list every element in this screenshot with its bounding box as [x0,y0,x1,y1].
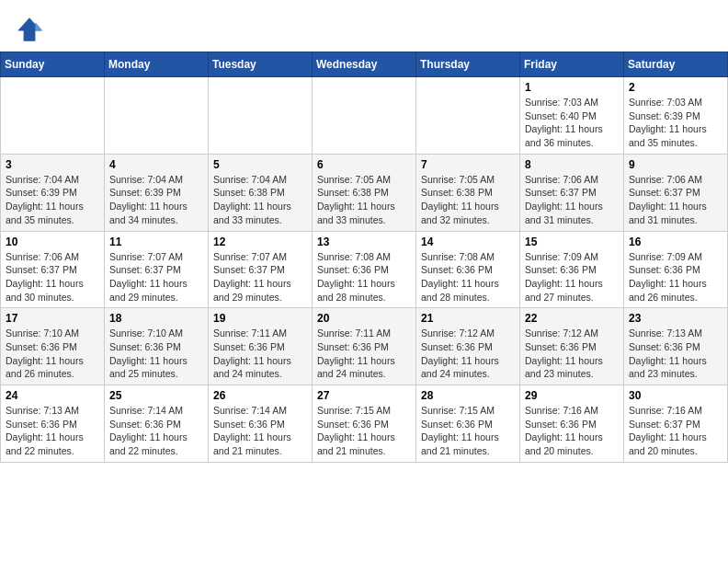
svg-marker-1 [35,22,42,31]
day-number: 21 [421,312,515,325]
calendar-cell: 20Sunrise: 7:11 AM Sunset: 6:36 PM Dayli… [313,308,416,385]
day-number: 27 [317,389,411,402]
day-info: Sunrise: 7:09 AM Sunset: 6:36 PM Dayligh… [525,250,619,304]
day-info: Sunrise: 7:16 AM Sunset: 6:36 PM Dayligh… [525,404,619,458]
day-info: Sunrise: 7:14 AM Sunset: 6:36 PM Dayligh… [213,404,307,458]
day-number: 11 [109,236,203,248]
calendar-week-1: 1Sunrise: 7:03 AM Sunset: 6:40 PM Daylig… [1,77,728,155]
day-number: 6 [317,158,411,171]
day-info: Sunrise: 7:08 AM Sunset: 6:36 PM Dayligh… [421,250,515,304]
weekday-header-wednesday: Wednesday [313,52,416,77]
day-info: Sunrise: 7:05 AM Sunset: 6:38 PM Dayligh… [317,173,411,227]
calendar-cell: 17Sunrise: 7:10 AM Sunset: 6:36 PM Dayli… [1,308,105,385]
day-info: Sunrise: 7:04 AM Sunset: 6:38 PM Dayligh… [213,173,307,227]
day-info: Sunrise: 7:14 AM Sunset: 6:36 PM Dayligh… [109,404,203,458]
calendar-cell: 28Sunrise: 7:15 AM Sunset: 6:36 PM Dayli… [416,385,520,463]
day-number: 14 [421,236,515,248]
day-info: Sunrise: 7:06 AM Sunset: 6:37 PM Dayligh… [525,173,619,227]
calendar-cell: 22Sunrise: 7:12 AM Sunset: 6:36 PM Dayli… [520,308,624,385]
day-number: 10 [6,236,99,248]
day-number: 30 [629,389,722,402]
calendar-week-2: 3Sunrise: 7:04 AM Sunset: 6:39 PM Daylig… [1,154,728,231]
calendar-cell: 1Sunrise: 7:03 AM Sunset: 6:40 PM Daylig… [520,77,624,155]
weekday-header-tuesday: Tuesday [209,52,313,77]
day-info: Sunrise: 7:04 AM Sunset: 6:39 PM Dayligh… [109,173,203,227]
day-info: Sunrise: 7:12 AM Sunset: 6:36 PM Dayligh… [525,327,619,381]
calendar-cell: 10Sunrise: 7:06 AM Sunset: 6:37 PM Dayli… [1,231,105,308]
day-info: Sunrise: 7:03 AM Sunset: 6:40 PM Dayligh… [525,96,619,150]
page-header [0,0,728,52]
day-number: 26 [213,389,307,402]
day-info: Sunrise: 7:07 AM Sunset: 6:37 PM Dayligh… [109,250,203,304]
day-number: 9 [629,158,722,171]
weekday-header-sunday: Sunday [1,52,105,77]
day-info: Sunrise: 7:10 AM Sunset: 6:36 PM Dayligh… [109,327,203,381]
day-info: Sunrise: 7:11 AM Sunset: 6:36 PM Dayligh… [213,327,307,381]
day-info: Sunrise: 7:10 AM Sunset: 6:36 PM Dayligh… [6,327,99,381]
calendar-cell [313,77,416,155]
day-info: Sunrise: 7:13 AM Sunset: 6:36 PM Dayligh… [6,404,99,458]
day-info: Sunrise: 7:11 AM Sunset: 6:36 PM Dayligh… [317,327,411,381]
calendar-week-4: 17Sunrise: 7:10 AM Sunset: 6:36 PM Dayli… [1,308,728,385]
day-info: Sunrise: 7:07 AM Sunset: 6:37 PM Dayligh… [213,250,307,304]
day-number: 16 [629,236,722,248]
day-info: Sunrise: 7:04 AM Sunset: 6:39 PM Dayligh… [6,173,99,227]
calendar-week-5: 24Sunrise: 7:13 AM Sunset: 6:36 PM Dayli… [1,385,728,463]
calendar-cell: 25Sunrise: 7:14 AM Sunset: 6:36 PM Dayli… [105,385,209,463]
calendar-cell: 18Sunrise: 7:10 AM Sunset: 6:36 PM Dayli… [105,308,209,385]
day-number: 19 [213,312,307,325]
day-number: 20 [317,312,411,325]
calendar-cell [105,77,209,155]
day-info: Sunrise: 7:16 AM Sunset: 6:37 PM Dayligh… [629,404,722,458]
day-number: 23 [629,312,722,325]
day-info: Sunrise: 7:12 AM Sunset: 6:36 PM Dayligh… [421,327,515,381]
day-number: 8 [525,158,619,171]
day-info: Sunrise: 7:09 AM Sunset: 6:36 PM Dayligh… [629,250,722,304]
logo-icon [15,15,44,44]
day-number: 25 [109,389,203,402]
day-info: Sunrise: 7:06 AM Sunset: 6:37 PM Dayligh… [6,250,99,304]
calendar-cell: 15Sunrise: 7:09 AM Sunset: 6:36 PM Dayli… [520,231,624,308]
weekday-header-friday: Friday [520,52,624,77]
day-number: 5 [213,158,307,171]
calendar-cell: 21Sunrise: 7:12 AM Sunset: 6:36 PM Dayli… [416,308,520,385]
calendar-table: SundayMondayTuesdayWednesdayThursdayFrid… [0,52,728,463]
day-info: Sunrise: 7:03 AM Sunset: 6:39 PM Dayligh… [629,96,722,150]
day-number: 1 [525,81,619,94]
calendar-cell: 26Sunrise: 7:14 AM Sunset: 6:36 PM Dayli… [209,385,313,463]
calendar-cell: 19Sunrise: 7:11 AM Sunset: 6:36 PM Dayli… [209,308,313,385]
calendar-cell: 4Sunrise: 7:04 AM Sunset: 6:39 PM Daylig… [105,154,209,231]
day-info: Sunrise: 7:15 AM Sunset: 6:36 PM Dayligh… [317,404,411,458]
calendar-cell: 3Sunrise: 7:04 AM Sunset: 6:39 PM Daylig… [1,154,105,231]
day-number: 18 [109,312,203,325]
weekday-header-monday: Monday [105,52,209,77]
day-number: 22 [525,312,619,325]
calendar-cell: 13Sunrise: 7:08 AM Sunset: 6:36 PM Dayli… [313,231,416,308]
calendar-cell: 2Sunrise: 7:03 AM Sunset: 6:39 PM Daylig… [624,77,728,155]
day-number: 17 [6,312,99,325]
calendar-cell: 12Sunrise: 7:07 AM Sunset: 6:37 PM Dayli… [209,231,313,308]
calendar-cell: 11Sunrise: 7:07 AM Sunset: 6:37 PM Dayli… [105,231,209,308]
day-number: 12 [213,236,307,248]
calendar-cell: 23Sunrise: 7:13 AM Sunset: 6:36 PM Dayli… [624,308,728,385]
calendar-week-3: 10Sunrise: 7:06 AM Sunset: 6:37 PM Dayli… [1,231,728,308]
day-number: 28 [421,389,515,402]
calendar-cell: 30Sunrise: 7:16 AM Sunset: 6:37 PM Dayli… [624,385,728,463]
calendar-cell: 29Sunrise: 7:16 AM Sunset: 6:36 PM Dayli… [520,385,624,463]
calendar-cell: 27Sunrise: 7:15 AM Sunset: 6:36 PM Dayli… [313,385,416,463]
day-number: 3 [6,158,99,171]
day-info: Sunrise: 7:08 AM Sunset: 6:36 PM Dayligh… [317,250,411,304]
calendar-cell [209,77,313,155]
day-number: 13 [317,236,411,248]
calendar-cell: 7Sunrise: 7:05 AM Sunset: 6:38 PM Daylig… [416,154,520,231]
calendar-header-row: SundayMondayTuesdayWednesdayThursdayFrid… [1,52,728,77]
day-number: 4 [109,158,203,171]
day-info: Sunrise: 7:06 AM Sunset: 6:37 PM Dayligh… [629,173,722,227]
weekday-header-saturday: Saturday [624,52,728,77]
calendar-cell: 8Sunrise: 7:06 AM Sunset: 6:37 PM Daylig… [520,154,624,231]
calendar-cell: 6Sunrise: 7:05 AM Sunset: 6:38 PM Daylig… [313,154,416,231]
calendar-cell: 24Sunrise: 7:13 AM Sunset: 6:36 PM Dayli… [1,385,105,463]
calendar-cell [416,77,520,155]
day-info: Sunrise: 7:15 AM Sunset: 6:36 PM Dayligh… [421,404,515,458]
calendar-cell [1,77,105,155]
